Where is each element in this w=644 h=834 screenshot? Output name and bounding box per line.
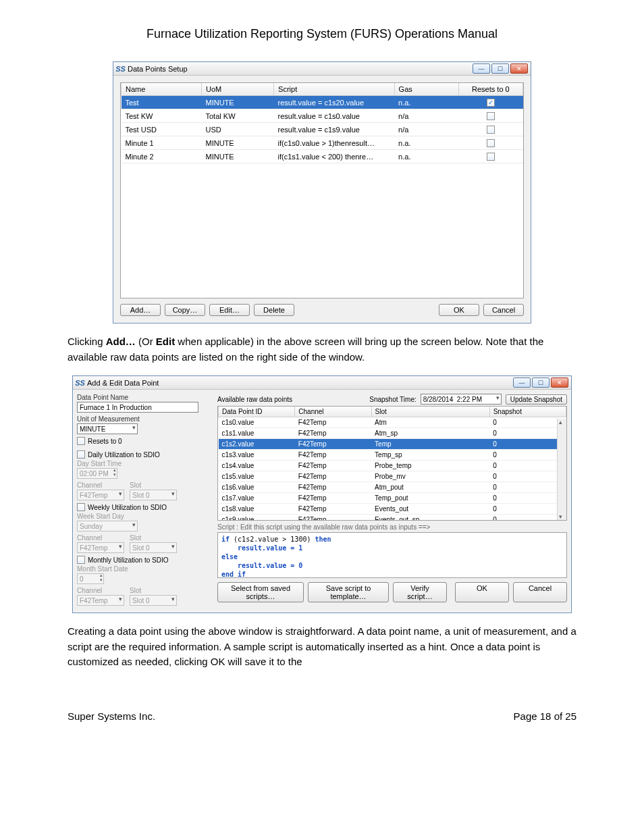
- table-row[interactable]: c1s7.valueF42TempTemp_pout0: [219, 493, 566, 504]
- update-snapshot-button[interactable]: Update Snapshot: [506, 394, 567, 405]
- minimize-button[interactable]: —: [473, 63, 490, 74]
- label-uom: Unit of Measurement: [77, 415, 212, 423]
- col-uom[interactable]: UoM: [202, 83, 274, 96]
- reset-checkbox[interactable]: [487, 139, 495, 147]
- delete-button[interactable]: Delete: [254, 304, 294, 316]
- footer-page: Page 18 of 25: [514, 710, 576, 722]
- window-title: Add & Edit Data Point: [87, 379, 513, 387]
- paragraph-2: Creating a data point using the above wi…: [68, 624, 576, 670]
- label-available: Available raw data points: [217, 396, 292, 403]
- table-row[interactable]: c1s5.valueF42TempProbe_mv0: [219, 471, 566, 482]
- table-row[interactable]: c1s4.valueF42TempProbe_temp0: [219, 461, 566, 471]
- table-row[interactable]: c1s1.valueF42TempAtm_sp0: [219, 428, 566, 439]
- slot-combo-3: [130, 595, 177, 606]
- label-snapshot-time: Snapshot Time:: [369, 396, 416, 403]
- reset-checkbox[interactable]: [487, 153, 495, 161]
- label-channel-3: Channel: [77, 587, 124, 594]
- col-channel[interactable]: Channel: [295, 407, 371, 417]
- verify-script-button[interactable]: Verify script…: [393, 582, 447, 602]
- snapshot-time-input[interactable]: [421, 394, 502, 405]
- window-title: Data Points Setup: [128, 65, 473, 73]
- table-row[interactable]: TestMINUTEresult.value = c1s20.valuen.a.: [122, 96, 523, 109]
- table-row[interactable]: Test USDUSDresult.value = c1s9.valuen/a: [122, 123, 523, 136]
- close-button[interactable]: ✕: [551, 377, 568, 388]
- weekstart-combo: [77, 521, 138, 531]
- paragraph-1: Clicking Add… (Or Edit when applicable) …: [68, 334, 576, 365]
- ok-button[interactable]: OK: [455, 582, 509, 602]
- label-weekstart: Week Start Day: [77, 513, 212, 520]
- table-row[interactable]: Minute 2MINUTEif(c1s1.value < 200) thenr…: [122, 150, 523, 163]
- close-button[interactable]: ✕: [510, 63, 528, 74]
- label-channel-1: Channel: [77, 481, 124, 489]
- col-gas[interactable]: Gas: [394, 83, 458, 96]
- label-daystart: Day Start Time: [77, 460, 212, 467]
- label-monthstart: Month Start Date: [77, 565, 212, 573]
- scrollbar[interactable]: [557, 419, 566, 520]
- label-slot-3: Slot: [130, 587, 177, 594]
- label-monthly: Monthly Utilization to SDIO: [88, 556, 169, 564]
- weekly-checkbox[interactable]: [77, 503, 85, 511]
- save-script-template-button[interactable]: Save script to template…: [308, 582, 389, 602]
- col-slot[interactable]: Slot: [371, 407, 489, 417]
- titlebar: SS Data Points Setup — ☐ ✕: [113, 62, 531, 76]
- add-button[interactable]: Add…: [120, 304, 161, 316]
- table-row[interactable]: c1s2.valueF42TempTemp0: [219, 439, 566, 450]
- col-resets[interactable]: Resets to 0: [458, 83, 522, 96]
- maximize-button[interactable]: ☐: [491, 63, 509, 74]
- col-dpid[interactable]: Data Point ID: [219, 407, 295, 417]
- label-resets: Resets to 0: [88, 438, 122, 445]
- reset-checkbox[interactable]: [487, 126, 495, 134]
- table-row[interactable]: Minute 1MINUTEif(c1s0.value > 1)thenresu…: [122, 136, 523, 150]
- data-points-grid[interactable]: Name UoM Script Gas Resets to 0 TestMINU…: [120, 82, 524, 298]
- titlebar: SS Add & Edit Data Point — ☐ ✕: [73, 376, 571, 390]
- channel-combo-3: [77, 595, 124, 606]
- table-row[interactable]: Test KWTotal KWresult.value = c1s0.value…: [122, 109, 523, 123]
- document-title: Furnace Utilization Reporting System (FU…: [68, 27, 576, 41]
- slot-combo-1: [130, 490, 177, 500]
- ok-button[interactable]: OK: [439, 304, 479, 316]
- label-slot-2: Slot: [130, 534, 177, 542]
- table-row[interactable]: c1s8.valueF42TempEvents_out0: [219, 504, 566, 515]
- resets-checkbox[interactable]: [77, 437, 85, 445]
- raw-data-points-grid[interactable]: Data Point ID Channel Slot Snapshot c1s0…: [217, 406, 567, 521]
- minimize-button[interactable]: —: [513, 377, 531, 388]
- select-saved-scripts-button[interactable]: Select from saved scripts…: [217, 582, 304, 602]
- daily-checkbox[interactable]: [77, 450, 85, 459]
- daystart-input: [77, 468, 117, 479]
- cancel-button[interactable]: Cancel: [483, 304, 524, 316]
- monthly-checkbox[interactable]: [77, 556, 85, 564]
- slot-combo-2: [130, 542, 177, 553]
- channel-combo-1: [77, 490, 124, 500]
- script-hint-label: Script : Edit this script using the avai…: [217, 523, 567, 531]
- app-icon: SS: [76, 378, 84, 387]
- add-edit-data-point-window: SS Add & Edit Data Point — ☐ ✕ Data Poin…: [72, 375, 572, 613]
- label-weekly: Weekly Utilization to SDIO: [88, 504, 167, 511]
- col-script[interactable]: Script: [274, 83, 395, 96]
- app-icon: SS: [116, 64, 125, 73]
- copy-button[interactable]: Copy…: [165, 304, 205, 316]
- table-row[interactable]: c1s6.valueF42TempAtm_pout0: [219, 482, 566, 493]
- col-snapshot[interactable]: Snapshot: [489, 407, 566, 417]
- table-row[interactable]: c1s3.valueF42TempTemp_sp0: [219, 450, 566, 461]
- uom-combo[interactable]: [77, 423, 138, 434]
- dpname-input[interactable]: [77, 402, 198, 413]
- data-points-setup-window: SS Data Points Setup — ☐ ✕ Name UoM Scri…: [113, 61, 531, 323]
- reset-checkbox[interactable]: [487, 112, 495, 120]
- footer-company: Super Systems Inc.: [68, 710, 155, 722]
- label-slot-1: Slot: [130, 481, 177, 489]
- label-dpname: Data Point Name: [77, 394, 212, 401]
- label-daily: Daily Utilization to SDIO: [88, 451, 160, 459]
- col-name[interactable]: Name: [122, 83, 202, 96]
- table-row[interactable]: c1s0.valueF42TempAtm0: [219, 417, 566, 428]
- channel-combo-2: [77, 542, 124, 553]
- edit-button[interactable]: Edit…: [209, 304, 250, 316]
- label-channel-2: Channel: [77, 534, 124, 542]
- table-row[interactable]: c1s9.valueF42TempEvents_out_sp0: [219, 515, 566, 521]
- cancel-button[interactable]: Cancel: [513, 582, 567, 602]
- maximize-button[interactable]: ☐: [532, 377, 549, 388]
- monthstart-input: [77, 573, 104, 584]
- reset-checkbox[interactable]: [487, 99, 495, 107]
- script-editor[interactable]: if (c1s2.value > 1300) then result.value…: [217, 532, 567, 578]
